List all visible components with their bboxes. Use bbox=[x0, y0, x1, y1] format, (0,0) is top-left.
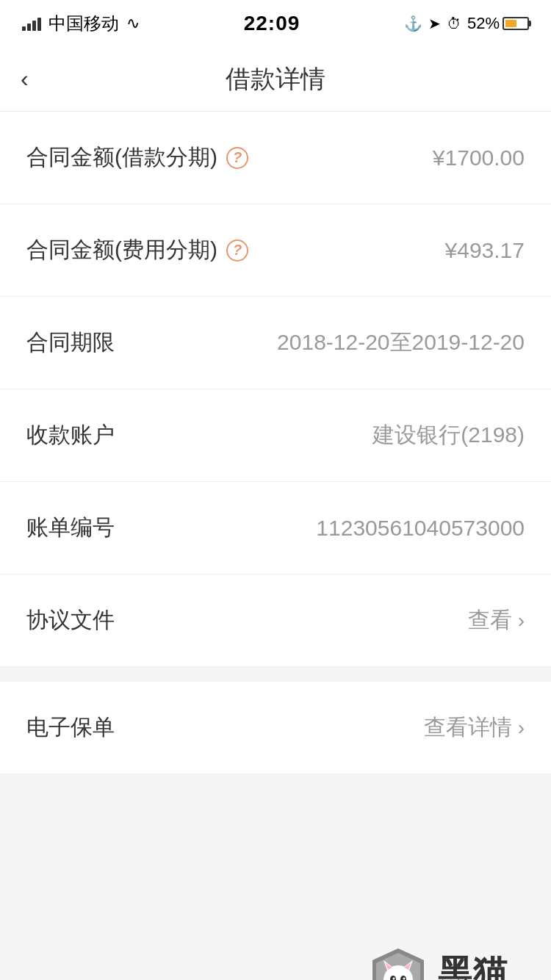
status-right: ⚓ ➤ ⏱ 52% bbox=[404, 14, 529, 33]
label-agreement-file: 协议文件 bbox=[26, 605, 115, 635]
label-contract-amount-loan: 合同金额(借款分期) bbox=[26, 143, 217, 173]
cat-logo-icon bbox=[369, 947, 428, 980]
signal-icon bbox=[22, 16, 41, 31]
value-contract-amount-loan: ¥1700.00 bbox=[433, 145, 525, 170]
battery-container: 52% bbox=[467, 14, 529, 33]
row-contract-amount-fee: 合同金额(费用分期) ? ¥493.17 bbox=[0, 204, 551, 297]
row-receiving-account: 收款账户 建设银行(2198) bbox=[0, 389, 551, 482]
carrier-label: 中国移动 bbox=[48, 12, 119, 35]
row-agreement-file[interactable]: 协议文件 查看 › bbox=[0, 574, 551, 667]
alarm-icon: ⏱ bbox=[447, 15, 461, 32]
value-e-policy: 查看详情 › bbox=[424, 713, 525, 743]
label-contract-period: 合同期限 bbox=[26, 328, 115, 358]
cat-text: 黑猫 BLACK CAT bbox=[438, 950, 527, 981]
nav-bar: ‹ 借款详情 bbox=[0, 47, 551, 112]
page-title: 借款详情 bbox=[226, 62, 325, 96]
section-divider bbox=[0, 667, 551, 682]
row-left-contract-fee: 合同金额(费用分期) ? bbox=[26, 235, 248, 265]
arrow-icon-policy: › bbox=[518, 716, 525, 740]
label-contract-amount-fee: 合同金额(费用分期) bbox=[26, 235, 217, 265]
lock-icon: ⚓ bbox=[404, 15, 422, 32]
status-time: 22:09 bbox=[244, 12, 300, 35]
status-left: 中国移动 ∿ bbox=[22, 12, 140, 35]
row-contract-period: 合同期限 2018-12-20至2019-12-20 bbox=[0, 297, 551, 389]
row-contract-amount-loan: 合同金额(借款分期) ? ¥1700.00 bbox=[0, 112, 551, 204]
row-left-contract-loan: 合同金额(借款分期) ? bbox=[26, 143, 248, 173]
value-receiving-account: 建设银行(2198) bbox=[372, 420, 525, 450]
value-bill-number: 11230561040573000 bbox=[316, 516, 525, 541]
view-label-agreement: 查看 bbox=[468, 605, 512, 635]
label-receiving-account: 收款账户 bbox=[26, 420, 115, 450]
gray-area: 黑猫 BLACK CAT bbox=[0, 774, 551, 980]
watermark: 黑猫 BLACK CAT bbox=[345, 936, 551, 980]
value-contract-period: 2018-12-20至2019-12-20 bbox=[277, 328, 525, 358]
value-contract-amount-fee: ¥493.17 bbox=[445, 238, 525, 263]
location-icon: ➤ bbox=[428, 15, 441, 32]
label-e-policy: 电子保单 bbox=[26, 713, 115, 743]
wifi-icon: ∿ bbox=[126, 14, 140, 33]
view-detail-label: 查看详情 bbox=[424, 713, 512, 743]
cat-chinese-label: 黑猫 bbox=[438, 950, 508, 981]
row-e-policy[interactable]: 电子保单 查看详情 › bbox=[0, 682, 551, 774]
section2-content: 电子保单 查看详情 › bbox=[0, 682, 551, 774]
svg-point-8 bbox=[403, 978, 406, 980]
row-bill-number: 账单编号 11230561040573000 bbox=[0, 482, 551, 574]
battery-percent: 52% bbox=[467, 14, 500, 33]
battery-icon bbox=[503, 17, 529, 30]
help-icon-loan[interactable]: ? bbox=[226, 147, 248, 169]
status-bar: 中国移动 ∿ 22:09 ⚓ ➤ ⏱ 52% bbox=[0, 0, 551, 47]
back-button[interactable]: ‹ bbox=[21, 65, 29, 93]
svg-point-7 bbox=[393, 978, 395, 980]
battery-fill bbox=[505, 20, 516, 27]
detail-content: 合同金额(借款分期) ? ¥1700.00 合同金额(费用分期) ? ¥493.… bbox=[0, 112, 551, 667]
arrow-icon-agreement: › bbox=[518, 609, 525, 633]
help-icon-fee[interactable]: ? bbox=[226, 239, 248, 262]
value-agreement-file: 查看 › bbox=[468, 605, 525, 635]
label-bill-number: 账单编号 bbox=[26, 513, 115, 543]
